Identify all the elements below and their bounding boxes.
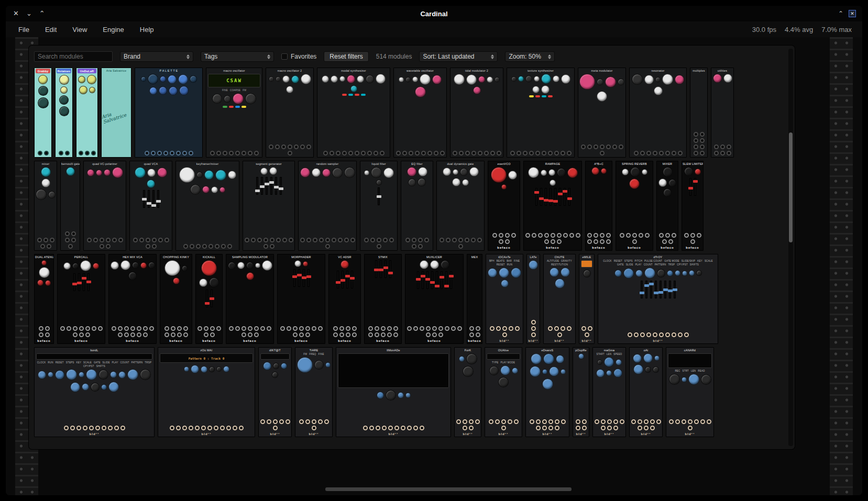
fader-handle[interactable]: [274, 186, 279, 188]
pill-button[interactable]: [529, 95, 534, 97]
patch-jack[interactable]: [170, 151, 174, 155]
fader-handle[interactable]: [416, 278, 421, 281]
patch-jack[interactable]: [257, 238, 262, 242]
patch-jack[interactable]: [490, 326, 495, 331]
patch-jack[interactable]: [445, 326, 449, 331]
module-card[interactable]: mixer: [34, 161, 57, 251]
patch-jack[interactable]: [143, 332, 148, 337]
patch-jack[interactable]: [538, 233, 543, 238]
fader[interactable]: [545, 188, 547, 206]
patch-jack[interactable]: [70, 426, 75, 430]
fader-handle[interactable]: [544, 199, 548, 202]
fader[interactable]: [450, 271, 452, 289]
app-badge-icon[interactable]: ✕: [849, 10, 856, 17]
fader[interactable]: [674, 281, 676, 298]
patch-jack[interactable]: [333, 332, 338, 337]
patch-jack[interactable]: [92, 326, 96, 331]
knob[interactable]: [605, 76, 616, 87]
knob[interactable]: [512, 368, 518, 374]
patch-jack[interactable]: [207, 426, 212, 430]
patch-jack[interactable]: [124, 332, 129, 337]
knob[interactable]: [499, 268, 509, 278]
patch-jack[interactable]: [452, 238, 457, 242]
fader-handle[interactable]: [302, 276, 306, 279]
knob[interactable]: [164, 260, 180, 276]
patch-jack[interactable]: [672, 332, 676, 337]
module-card[interactable]: texture synthesizer: [507, 68, 575, 158]
knob[interactable]: [89, 87, 95, 93]
patch-jack[interactable]: [336, 151, 340, 155]
knob[interactable]: [508, 171, 517, 180]
patch-jack[interactable]: [458, 244, 463, 249]
patch-jack[interactable]: [324, 419, 329, 424]
patch-jack[interactable]: [510, 151, 515, 155]
patch-jack[interactable]: [176, 151, 181, 155]
patch-jack[interactable]: [65, 238, 70, 242]
patch-jack[interactable]: [145, 151, 149, 155]
patch-jack[interactable]: [367, 151, 372, 155]
patch-jack[interactable]: [171, 332, 175, 337]
patch-jack[interactable]: [668, 239, 673, 244]
patch-jack[interactable]: [587, 233, 592, 238]
knob[interactable]: [219, 187, 225, 193]
patch-jack[interactable]: [325, 244, 330, 249]
patch-jack[interactable]: [476, 332, 480, 337]
patch-jack[interactable]: [329, 151, 334, 155]
patch-jack[interactable]: [639, 233, 643, 238]
knob[interactable]: [272, 372, 278, 378]
patch-jack[interactable]: [273, 419, 278, 424]
patch-jack[interactable]: [576, 426, 580, 430]
patch-jack[interactable]: [91, 151, 96, 155]
knob[interactable]: [377, 392, 384, 399]
patch-jack[interactable]: [45, 326, 50, 331]
patch-jack[interactable]: [659, 233, 664, 238]
patch-jack[interactable]: [137, 332, 141, 337]
patch-jack[interactable]: [412, 244, 416, 249]
knob[interactable]: [459, 356, 465, 362]
patch-jack[interactable]: [509, 326, 513, 331]
knob[interactable]: [386, 390, 396, 400]
knob[interactable]: [182, 265, 188, 271]
patch-jack[interactable]: [582, 426, 587, 430]
pill-button[interactable]: [361, 94, 366, 96]
patch-jack[interactable]: [67, 326, 71, 331]
knob[interactable]: [669, 374, 680, 385]
patch-jack[interactable]: [102, 426, 106, 430]
fader-handle[interactable]: [421, 275, 425, 277]
knob[interactable]: [420, 74, 431, 85]
fader-handle[interactable]: [345, 275, 350, 277]
module-card[interactable]: evenVCObefaco: [488, 161, 520, 251]
fader[interactable]: [559, 188, 561, 206]
patch-jack[interactable]: [182, 426, 187, 430]
patch-jack[interactable]: [377, 238, 381, 242]
knob[interactable]: [78, 76, 85, 83]
patch-jack[interactable]: [152, 238, 157, 242]
patch-jack[interactable]: [352, 332, 357, 337]
patch-jack[interactable]: [216, 151, 221, 155]
patch-jack[interactable]: [469, 326, 474, 331]
patch-jack[interactable]: [714, 144, 719, 149]
knob[interactable]: [41, 167, 51, 177]
knob[interactable]: [407, 167, 416, 176]
knob[interactable]: [38, 86, 48, 96]
fader-handle[interactable]: [425, 278, 430, 281]
fader[interactable]: [351, 271, 353, 288]
module-card[interactable]: macro oscillator 2: [266, 68, 314, 158]
close-icon[interactable]: ✕: [13, 6, 19, 21]
knob[interactable]: [312, 168, 321, 177]
patch-jack[interactable]: [505, 239, 510, 244]
patch-jack[interactable]: [682, 419, 686, 424]
patch-jack[interactable]: [381, 332, 386, 337]
patch-jack[interactable]: [544, 233, 549, 238]
patch-jack[interactable]: [375, 326, 379, 331]
patch-jack[interactable]: [73, 332, 78, 337]
patch-jack[interactable]: [263, 244, 268, 249]
fader-handle[interactable]: [306, 275, 311, 278]
patch-jack[interactable]: [561, 151, 565, 155]
fader[interactable]: [157, 190, 159, 208]
patch-jack[interactable]: [463, 419, 467, 424]
knob[interactable]: [41, 260, 47, 265]
patch-jack[interactable]: [245, 238, 249, 242]
minimize-icon[interactable]: ⌄: [26, 6, 32, 21]
module-card[interactable]: zOù MAïPattern 0 : Track 0bId°°: [158, 347, 255, 437]
